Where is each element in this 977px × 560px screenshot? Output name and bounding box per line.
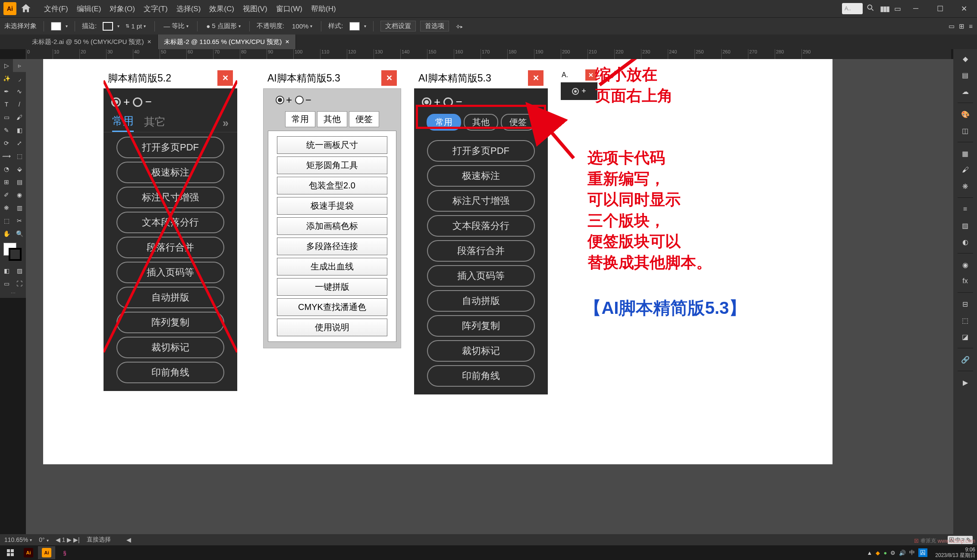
artboard-tool[interactable]: ⬚ [0,214,13,227]
pathfinder-panel-icon[interactable]: ◪ [958,330,972,344]
close-window-button[interactable]: ✕ [955,2,974,16]
pen-tool[interactable]: ✒ [0,85,13,98]
screen-mode-icon[interactable]: ⛶ [13,277,26,290]
mesh-tool[interactable]: ⊞ [0,175,13,188]
edit-toolbar-icon[interactable]: ⋯ [9,291,17,297]
play-icon[interactable]: ▶ [958,375,972,389]
menu-effect[interactable]: 效果(C) [209,4,234,14]
width-tool[interactable]: ⟿ [0,150,13,163]
menu-view[interactable]: 视图(V) [243,4,267,14]
rotate-field[interactable]: 0° ▾ [39,536,48,543]
properties-panel-icon[interactable]: ◆ [958,52,972,66]
close-icon[interactable]: ✕ [285,39,289,45]
script-button[interactable]: 印前角线 [427,365,535,387]
gradient-mode-icon[interactable]: ▨ [13,264,26,277]
script-button[interactable]: 一键拼版 [277,278,387,296]
links-panel-icon[interactable]: 🔗 [958,353,972,366]
tab-common[interactable]: 常用 [112,114,134,132]
radio-option[interactable] [111,97,121,107]
close-panel-button[interactable]: ✕ [381,70,397,86]
doc-setup-button[interactable]: 文档设置 [380,21,416,31]
shaper-tool[interactable]: ✎ [0,124,13,137]
magic-wand-tool[interactable]: ✨ [0,72,13,85]
tab-other[interactable]: 其他 [317,111,347,127]
fill-stroke-swatch[interactable] [3,243,22,262]
system-clock[interactable]: 9:06 2023/8/13 星期日 [935,547,975,558]
graph-tool[interactable]: ▥ [13,201,26,214]
hand-tool[interactable]: ✋ [0,227,13,240]
appearance-panel-icon[interactable]: ◉ [958,258,972,272]
eyedropper-tool[interactable]: ✐ [0,188,13,201]
menu-help[interactable]: 帮助(H) [311,4,336,14]
script-button[interactable]: 打开多页PDF [427,140,535,162]
slice-tool[interactable]: ✂ [13,214,26,227]
transform-panel-icon[interactable]: ⬚ [958,313,972,327]
script-button[interactable]: 阵列复制 [116,312,224,333]
zoom-tool[interactable]: 🔍 [13,227,26,240]
artboard-nav[interactable]: ◀ 1 ▶ ▶| [56,536,80,543]
workspace-icon[interactable]: ▭ [894,4,901,13]
radio-option[interactable] [572,88,579,95]
script-button[interactable]: 段落行合并 [116,237,224,258]
graphic-styles-icon[interactable]: fx [958,274,972,288]
script-button[interactable]: 极速手提袋 [277,197,387,215]
script-button[interactable]: 生成出血线 [277,258,387,275]
menu-object[interactable]: 对象(O) [110,4,135,14]
search-icon[interactable] [866,3,875,14]
stroke-panel-icon[interactable]: ≡ [958,202,972,216]
chevron-down-icon[interactable]: ▾ [66,24,68,28]
selection-tool[interactable]: ▷ [0,59,13,72]
paintbrush-tool[interactable]: 🖌 [13,111,26,124]
perspective-tool[interactable]: ⬙ [13,163,26,175]
brush-dropdown[interactable]: ● 5 点圆形 ▾ [204,21,242,31]
canvas-area[interactable]: 脚本精简版5.2 ✕ + − 常用 其它 » 打开多页PDF极速标注标注尺寸增强… [26,59,953,534]
document-tab[interactable]: 未标题-2 @ 110.65 % (CMYK/CPU 预览)✕ [158,34,296,49]
radio-option[interactable] [295,96,304,104]
libraries-panel-icon[interactable]: ☁ [958,84,972,98]
script-button[interactable]: 矩形圆角工具 [277,156,387,174]
tray-icon[interactable]: ◆ [876,550,880,556]
curvature-tool[interactable]: ∿ [13,85,26,98]
script-button[interactable]: 标注尺寸增强 [427,190,535,212]
tray-icon[interactable]: ▲ [867,550,873,556]
gradient-panel-icon[interactable]: ▨ [958,219,972,232]
preferences-button[interactable]: 首选项 [420,21,449,31]
script-button[interactable]: CMYK查找潘通色 [277,298,387,316]
style-swatch[interactable] [349,22,360,31]
tray-icon[interactable]: ● [883,550,887,556]
script-button[interactable]: 统一画板尺寸 [277,136,387,154]
chevron-down-icon[interactable]: ▾ [364,24,366,28]
opacity-field[interactable]: 100% ▾ [290,22,314,31]
tab-other[interactable]: 其它 [144,115,166,131]
taskbar-app-ai[interactable]: Ai [20,546,37,559]
close-icon[interactable]: ✕ [147,39,151,45]
scale-tool[interactable]: ⤢ [13,137,26,150]
pin-icon[interactable]: ⟡▸ [456,22,463,30]
layers-panel-icon[interactable]: ▤ [958,68,972,82]
free-transform-tool[interactable]: ⬚ [13,150,26,163]
script-button[interactable]: 极速标注 [427,165,535,187]
script-button[interactable]: 标注尺寸增强 [116,187,224,208]
line-tool[interactable]: / [13,98,26,111]
radio-option[interactable] [276,96,284,104]
color-guide-icon[interactable]: ◫ [958,124,972,138]
menu-type[interactable]: 文字(T) [144,4,168,14]
taskbar-app-ai-active[interactable]: Ai [38,546,55,559]
chevron-down-icon[interactable]: ▾ [117,24,119,28]
direct-selection-tool[interactable]: ▹ [13,59,26,72]
close-panel-button[interactable]: ✕ [528,70,543,86]
taskbar-app-scripts[interactable]: § [56,546,73,559]
close-panel-button[interactable]: ✕ [217,70,233,86]
shape-builder-tool[interactable]: ◔ [0,163,13,175]
gradient-tool[interactable]: ▤ [13,175,26,188]
grid-icon[interactable]: ⊞ [959,22,964,30]
align-panel-icon[interactable]: ⊟ [958,297,972,311]
type-tool[interactable]: T [0,98,13,111]
panel-toggle-icon[interactable]: ▭ [949,22,955,30]
script-button[interactable]: 使用说明 [277,319,387,336]
transparency-panel-icon[interactable]: ◐ [958,235,972,249]
script-button[interactable]: 包装盒型2.0 [277,177,387,194]
rotate-tool[interactable]: ⟳ [0,137,13,150]
zoom-field[interactable]: 110.65% ▾ [4,536,32,543]
script-button[interactable]: 插入页码等 [116,262,224,283]
